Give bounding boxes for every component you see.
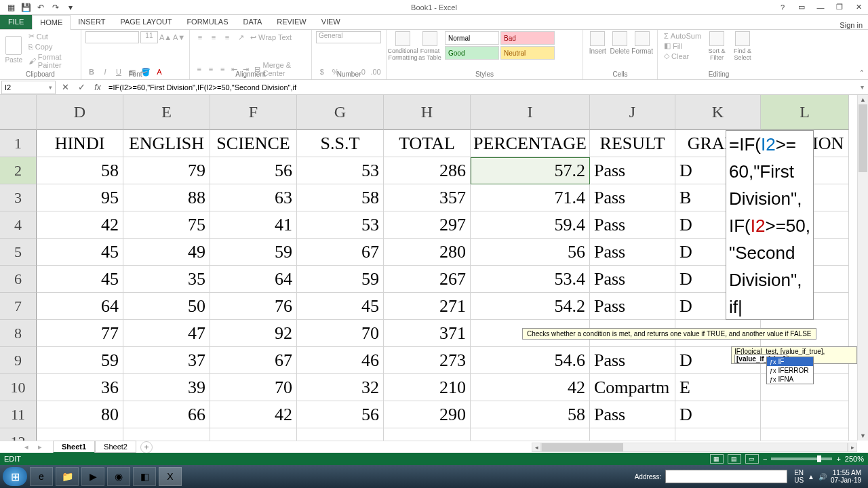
clock[interactable]: 11:55 AM07-Jan-19 — [831, 469, 865, 484]
row-header-3[interactable]: 3 — [0, 184, 37, 211]
help-button[interactable]: ? — [773, 1, 792, 14]
insert-cells-button[interactable]: Insert — [587, 31, 608, 55]
cell-F9[interactable]: 67 — [210, 347, 297, 374]
cell-H8[interactable]: 371 — [384, 320, 471, 347]
cell-G4[interactable]: 53 — [297, 211, 384, 239]
cell-G1[interactable]: S.S.T — [297, 130, 384, 157]
cell-G2[interactable]: 53 — [297, 157, 384, 184]
redo-icon[interactable]: ↷ — [50, 2, 61, 13]
cell-J10[interactable]: Compartm — [590, 374, 675, 401]
cell-F12[interactable] — [210, 428, 297, 441]
cell-D4[interactable]: 42 — [37, 211, 123, 239]
cell-J6[interactable]: Pass — [590, 266, 675, 293]
cell-I3[interactable]: 71.4 — [471, 184, 590, 211]
sign-in-link[interactable]: Sign in — [840, 21, 863, 29]
normal-view-button[interactable]: ▦ — [710, 454, 724, 464]
start-button[interactable]: ⊞ — [3, 467, 27, 486]
cell-I10[interactable]: 42 — [471, 374, 590, 401]
cell-E7[interactable]: 50 — [123, 293, 210, 320]
cell-H10[interactable]: 210 — [384, 374, 471, 401]
row-header-4[interactable]: 4 — [0, 211, 37, 239]
cell-H12[interactable] — [384, 428, 471, 441]
cell-F5[interactable]: 59 — [210, 239, 297, 266]
cell-F6[interactable]: 64 — [210, 266, 297, 293]
fx-icon[interactable]: fx — [90, 83, 106, 92]
tab-view[interactable]: VIEW — [314, 14, 348, 29]
taskbar-sublime-icon[interactable]: ◧ — [133, 467, 156, 486]
row-header-2[interactable]: 2 — [0, 157, 37, 184]
tray-flag-icon[interactable]: ▲ — [808, 473, 814, 481]
cell-H7[interactable]: 271 — [384, 293, 471, 320]
row-header-7[interactable]: 7 — [0, 293, 37, 320]
style-good[interactable]: Good — [445, 46, 499, 60]
clear-button[interactable]: ◇ Clear — [662, 51, 703, 61]
cell-H1[interactable]: TOTAL — [384, 130, 471, 157]
taskbar-excel-icon[interactable]: X — [159, 467, 182, 486]
font-size-combo[interactable]: 11 — [140, 31, 158, 43]
cell-G6[interactable]: 59 — [297, 266, 384, 293]
tab-insert[interactable]: INSERT — [71, 14, 113, 29]
autocomplete-item-IFNA[interactable]: ƒxIFNA — [767, 375, 813, 384]
cell-D11[interactable]: 80 — [37, 401, 123, 428]
conditional-formatting-button[interactable]: Conditional Formatting — [391, 31, 415, 61]
col-header-E[interactable]: E — [123, 95, 210, 130]
select-all-corner[interactable] — [0, 95, 37, 130]
cell-J3[interactable]: Pass — [590, 184, 675, 211]
row-header-11[interactable]: 11 — [0, 401, 37, 428]
cell-D3[interactable]: 95 — [37, 184, 123, 211]
cell-G5[interactable]: 67 — [297, 239, 384, 266]
tab-review[interactable]: REVIEW — [269, 14, 313, 29]
undo-icon[interactable]: ↶ — [35, 2, 46, 13]
cell-D1[interactable]: HINDI — [37, 130, 123, 157]
shrink-font-icon[interactable]: A▼ — [173, 31, 185, 43]
qat-customize-icon[interactable]: ▾ — [65, 2, 76, 13]
scroll-left-arrow-icon[interactable]: ◂ — [532, 443, 541, 452]
row-header-9[interactable]: 9 — [0, 347, 37, 374]
cell-G10[interactable]: 32 — [297, 374, 384, 401]
cell-D10[interactable]: 36 — [37, 374, 123, 401]
col-header-L[interactable]: L — [761, 95, 849, 130]
style-normal[interactable]: Normal — [445, 31, 499, 45]
font-combo[interactable] — [85, 31, 139, 43]
format-cells-button[interactable]: Format — [631, 31, 653, 55]
cell-E9[interactable]: 37 — [123, 347, 210, 374]
row-header-1[interactable]: 1 — [0, 130, 37, 157]
col-header-F[interactable]: F — [210, 95, 297, 130]
cell-K10[interactable]: E — [675, 374, 761, 401]
ribbon-options-button[interactable]: ▭ — [792, 1, 811, 14]
hscroll-thumb[interactable] — [542, 443, 623, 451]
cell-G7[interactable]: 45 — [297, 293, 384, 320]
cell-G9[interactable]: 46 — [297, 347, 384, 374]
zoom-level[interactable]: 250% — [845, 455, 864, 463]
cell-F2[interactable]: 56 — [210, 157, 297, 184]
cell-H9[interactable]: 273 — [384, 347, 471, 374]
style-neutral[interactable]: Neutral — [500, 46, 555, 60]
close-button[interactable]: ✕ — [849, 1, 868, 14]
zoom-out-icon[interactable]: − — [763, 455, 767, 463]
row-header-10[interactable]: 10 — [0, 374, 37, 401]
cell-E1[interactable]: ENGLISH — [123, 130, 210, 157]
cell-H2[interactable]: 286 — [384, 157, 471, 184]
add-sheet-button[interactable]: + — [140, 441, 153, 453]
cell-F8[interactable]: 92 — [210, 320, 297, 347]
cell-I2[interactable]: 57.2 — [471, 157, 590, 184]
cell-J9[interactable]: Pass — [590, 347, 675, 374]
expand-formula-bar-icon[interactable]: ▾ — [856, 83, 868, 91]
cell-D6[interactable]: 45 — [37, 266, 123, 293]
page-layout-view-button[interactable]: ▤ — [728, 454, 741, 464]
cell-J1[interactable]: RESULT — [590, 130, 675, 157]
cell-D12[interactable] — [37, 428, 123, 441]
page-break-view-button[interactable]: ▭ — [745, 454, 759, 464]
taskbar-media-icon[interactable]: ▶ — [81, 467, 104, 486]
cell-L2-editing[interactable]: =IF(I2>=60,"FirstDivision",IF(I2>=50,"Se… — [726, 130, 814, 320]
horizontal-scrollbar[interactable]: ◂ ▸ — [532, 443, 857, 452]
enter-formula-button[interactable]: ✓ — [73, 81, 90, 94]
col-header-G[interactable]: G — [297, 95, 384, 130]
format-painter-button[interactable]: 🖌 Format Painter — [26, 52, 77, 70]
grow-font-icon[interactable]: A▲ — [159, 31, 172, 43]
orientation-icon[interactable]: ↗ — [235, 31, 247, 43]
cell-I4[interactable]: 59.4 — [471, 211, 590, 239]
cell-I5[interactable]: 56 — [471, 239, 590, 266]
scroll-down-arrow-icon[interactable]: ▼ — [858, 431, 868, 441]
row-header-12[interactable]: 12 — [0, 428, 37, 441]
